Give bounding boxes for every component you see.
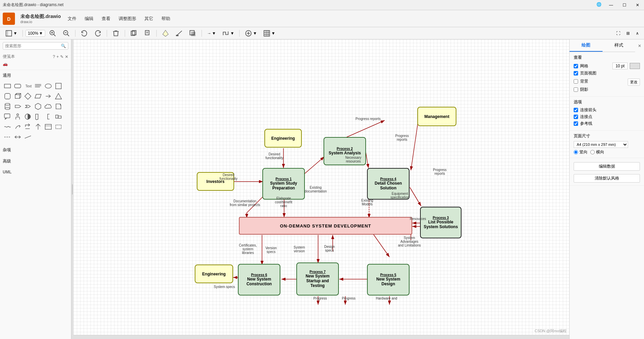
globe-icon[interactable]: 🌐: [596, 2, 602, 8]
close-button[interactable]: ✕: [634, 2, 641, 8]
shape-dashed-rect[interactable]: [54, 122, 63, 132]
grid-checkbox[interactable]: [574, 64, 578, 68]
node-process1[interactable]: Process 1 System StudyPreparation: [262, 168, 305, 200]
node-investors[interactable]: Investors: [197, 172, 234, 191]
shape-document[interactable]: [33, 112, 43, 121]
shape-chevron[interactable]: [23, 102, 33, 111]
node-process5[interactable]: Process 5 New SystemDesign: [367, 264, 410, 295]
menu-file[interactable]: 文件: [66, 15, 78, 22]
shape-rounded-square[interactable]: [3, 91, 12, 101]
shape-reading[interactable]: [33, 81, 43, 91]
shape-list-item[interactable]: [43, 122, 53, 132]
shape-wavy[interactable]: [3, 122, 12, 132]
portrait-radio[interactable]: [574, 150, 578, 154]
section-title-uml[interactable]: UML: [3, 168, 68, 176]
shape-parallelogram[interactable]: [33, 91, 43, 101]
shape-circle-half[interactable]: [23, 112, 33, 121]
shape-arrow-up[interactable]: [33, 122, 43, 132]
panel-button[interactable]: ⊞: [624, 30, 632, 37]
shape-hexagon[interactable]: [33, 102, 43, 111]
section-title-general[interactable]: 通用: [3, 71, 68, 80]
minimize-button[interactable]: —: [607, 2, 615, 8]
shape-cylinder[interactable]: [3, 102, 12, 111]
grid-color-box[interactable]: [630, 63, 640, 69]
collapse-button[interactable]: ∧: [633, 30, 641, 37]
page-view-button[interactable]: ▼: [3, 28, 20, 38]
menu-view[interactable]: 查看: [100, 15, 112, 22]
line-color-button[interactable]: [173, 28, 185, 38]
page-size-select[interactable]: A4 (210 mm x 297 mm) A3 A2 Letter: [574, 141, 628, 148]
shape-diamond[interactable]: [23, 91, 33, 101]
node-process3[interactable]: Process 3 List PossibleSystem Solutions: [420, 207, 462, 238]
node-ondemand[interactable]: ON-DEMAND SYSTEM DEVELOPMENT: [239, 217, 412, 235]
shape-square[interactable]: [54, 81, 63, 91]
background-change-button[interactable]: 更改: [628, 79, 640, 86]
shape-triangle[interactable]: [54, 91, 63, 101]
copy-style-button[interactable]: [128, 28, 140, 38]
waypoint-button[interactable]: ▼: [220, 28, 237, 38]
shape-3d-rect[interactable]: [13, 91, 22, 101]
shape-cloud[interactable]: [43, 102, 53, 111]
insert-button[interactable]: ▼: [242, 28, 259, 38]
zoom-in-button[interactable]: [47, 28, 59, 38]
paste-style-button[interactable]: [141, 28, 154, 38]
table-button[interactable]: ▼: [261, 28, 278, 38]
node-management[interactable]: Management: [417, 107, 456, 126]
landscape-radio[interactable]: [590, 150, 595, 154]
search-input[interactable]: [5, 44, 61, 48]
clear-style-button[interactable]: 清除默认风格: [574, 174, 640, 183]
menu-adjust[interactable]: 调整图形: [117, 15, 138, 22]
canvas-area[interactable]: Investors Engineering Management Process…: [73, 39, 569, 339]
node-engineering1[interactable]: Engineering: [264, 129, 302, 148]
shape-step[interactable]: [54, 112, 63, 121]
shape-callout[interactable]: [3, 112, 12, 121]
redo-button[interactable]: [92, 28, 104, 38]
fav-close-icon[interactable]: ✕: [65, 54, 68, 59]
shape-arrow-curved[interactable]: [13, 122, 22, 132]
shadow-button[interactable]: [187, 28, 199, 38]
shape-text[interactable]: Text: [23, 81, 33, 91]
edit-data-button[interactable]: 编辑数据: [574, 162, 640, 171]
shape-arrow-right[interactable]: [43, 91, 53, 101]
shape-arrow-double[interactable]: [13, 132, 22, 142]
shape-process[interactable]: [13, 102, 22, 111]
canvas-scrollbar[interactable]: [73, 335, 569, 339]
shape-dashed-line[interactable]: [3, 132, 12, 142]
zoom-out-button[interactable]: [60, 28, 72, 38]
fav-add-icon[interactable]: +: [56, 54, 59, 59]
node-process4[interactable]: Process 4 Detail ChosenSolution: [367, 168, 410, 200]
fullscreen-button[interactable]: ⛶: [614, 30, 623, 37]
tab-draw[interactable]: 绘图: [570, 39, 603, 52]
connect-points-checkbox[interactable]: [574, 115, 578, 119]
shape-person[interactable]: [13, 112, 22, 121]
grid-value-input[interactable]: [612, 63, 628, 69]
guidelines-checkbox[interactable]: [574, 121, 578, 126]
shape-dotted-line[interactable]: [23, 132, 33, 142]
node-process7[interactable]: Process 7 New SystemStartup andTesting: [296, 262, 339, 295]
shape-arrow-return[interactable]: [23, 122, 33, 132]
shape-rounded-rect[interactable]: [13, 81, 22, 91]
section-title-advanced[interactable]: 高级: [3, 157, 68, 166]
background-checkbox[interactable]: [574, 79, 578, 84]
undo-button[interactable]: [78, 28, 90, 38]
shape-note[interactable]: [54, 102, 63, 111]
node-process6[interactable]: Process 6 New SystemConstruction: [238, 264, 280, 295]
right-panel-close[interactable]: ✕: [635, 41, 644, 51]
menu-edit[interactable]: 编辑: [83, 15, 95, 22]
fill-color-button[interactable]: [159, 28, 172, 38]
section-title-misc[interactable]: 杂项: [3, 146, 68, 154]
fav-edit-icon[interactable]: ✎: [60, 54, 64, 59]
shadow-checkbox[interactable]: [574, 87, 578, 92]
node-engineering2[interactable]: Engineering: [195, 265, 233, 283]
shape-bracket[interactable]: [43, 112, 53, 121]
connector-button[interactable]: → ▼: [205, 30, 218, 37]
menu-help[interactable]: 帮助: [160, 15, 172, 22]
shape-ellipse[interactable]: [43, 81, 53, 91]
menu-other[interactable]: 其它: [143, 15, 155, 22]
node-process2[interactable]: Process 2 System Analysis: [324, 137, 366, 165]
fav-help-icon[interactable]: ?: [53, 54, 55, 59]
zoom-display[interactable]: 100% ▼: [25, 30, 46, 37]
favorite-item[interactable]: 🚗: [3, 62, 8, 66]
delete-button[interactable]: [110, 28, 122, 38]
shape-rectangle[interactable]: [3, 81, 12, 91]
